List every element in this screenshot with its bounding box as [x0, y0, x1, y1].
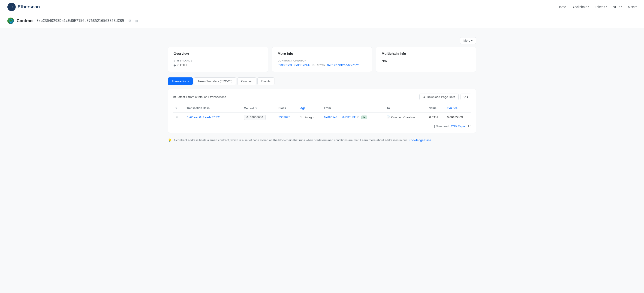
qr-icon[interactable]: ⊞: [135, 19, 138, 23]
nav-blockchain[interactable]: Blockchain ▾: [572, 5, 589, 9]
more-info-card: More Info CONTRACT CREATOR 0x0835e8...0d…: [272, 47, 372, 72]
eth-balance-label: ETH BALANCE: [174, 59, 262, 62]
filter-chevron-icon: ▾: [467, 95, 468, 99]
misc-chevron-icon: ▾: [636, 6, 636, 8]
creator-value: 0x0835e8...0dDB7bFF ⧉ at txn 0x61eec0f2e…: [278, 63, 366, 67]
filter-icon: ▽: [464, 95, 466, 99]
eth-balance-value: ◆ 0 ETH: [174, 63, 262, 67]
multichain-card: Multichain Info N/A: [376, 47, 476, 72]
nfts-chevron-icon: ▾: [621, 6, 622, 8]
tab-contract[interactable]: Contract: [237, 77, 256, 85]
logo-icon: ⟨⟩: [8, 3, 16, 11]
tabs-row: Transactions Token Transfers (ERC-20) Co…: [168, 77, 476, 85]
row-eye-cell: 👁: [173, 113, 184, 122]
nav-misc[interactable]: Misc ▾: [628, 5, 636, 9]
table-row: 👁 0x61eec0f2ee4c74521... 0x60806040 5333…: [173, 113, 471, 122]
block-link[interactable]: 5333075: [278, 116, 290, 119]
tx-hash-link[interactable]: 0x61eec0f2ee4c74521...: [186, 116, 226, 119]
th-method: Method ?: [241, 104, 276, 113]
help-icon[interactable]: ?: [176, 106, 178, 110]
overview-title: Overview: [174, 52, 262, 56]
tab-token-transfers[interactable]: Token Transfers (ERC-20): [194, 77, 236, 85]
th-to: To: [384, 104, 426, 113]
table-summary: ↓≡ Latest 1 from a total of 1 transactio…: [173, 95, 226, 99]
contract-header: 🌐 Contract 0xbC3D40293Da1cEd0E7156bE7685…: [0, 14, 644, 28]
copy-from-icon[interactable]: ⧉: [357, 116, 360, 119]
main-nav: Home Blockchain ▾ Tokens ▾ NFTs ▾ Misc ▾: [558, 5, 636, 9]
th-from: From: [321, 104, 384, 113]
svg-text:⟨⟩: ⟨⟩: [10, 5, 13, 8]
row-from: 0x0835e8...0dDB7bFF ⧉ IN: [321, 113, 384, 122]
download-page-data-button[interactable]: ⬇ Download Page Data: [420, 94, 459, 100]
contract-address: 0xbC3D40293Da1cEd0E7156bE7685216563B63dC…: [36, 19, 124, 23]
from-address-link[interactable]: 0x0835e8...0dDB7bFF: [324, 116, 356, 119]
row-to: 📄 Contract Creation: [384, 113, 426, 122]
tab-events[interactable]: Events: [257, 77, 274, 85]
contract-icon: 🌐: [8, 18, 14, 24]
csv-export-row: [ Download: CSV Export ⬇ ]: [173, 125, 471, 128]
age-sort-link[interactable]: Age: [300, 107, 306, 110]
tokens-chevron-icon: ▾: [606, 6, 607, 8]
age-text: 1 min ago: [300, 116, 314, 119]
copy-creator-icon[interactable]: ⧉: [312, 64, 314, 67]
row-eye-icon[interactable]: 👁: [176, 115, 179, 119]
nav-home[interactable]: Home: [558, 5, 566, 9]
more-info-title: More Info: [278, 52, 366, 56]
th-value: Value: [426, 104, 444, 113]
contract-label: Contract: [16, 19, 34, 23]
bulb-icon: 💡: [168, 138, 172, 142]
table-header: ↓≡ Latest 1 from a total of 1 transactio…: [173, 94, 471, 100]
copy-address-icon[interactable]: ⧉: [128, 19, 131, 23]
knowledge-base-link[interactable]: Knowledge Base.: [409, 138, 432, 142]
th-txn-fee: Txn Fee: [444, 104, 471, 113]
eth-diamond-icon: ◆: [174, 63, 176, 67]
nav-nfts[interactable]: NFTs ▾: [613, 5, 622, 9]
creator-label: CONTRACT CREATOR: [278, 59, 366, 62]
row-block: 5333075: [276, 113, 298, 122]
creator-address-link[interactable]: 0x0835e8...0dDB7bFF: [278, 63, 310, 67]
footer-note: 💡 A contract address hosts a smart contr…: [168, 138, 476, 142]
th-block: Block: [276, 104, 298, 113]
filter-button[interactable]: ▽ ▾: [460, 94, 471, 100]
cards-row: Overview ETH BALANCE ◆ 0 ETH More Info C…: [168, 47, 476, 72]
row-value: 0 ETH: [426, 113, 444, 122]
direction-badge: IN: [361, 116, 367, 119]
transactions-table: ? Transaction Hash Method ? Block Age Fr…: [173, 104, 471, 122]
contract-creation-text: Contract Creation: [391, 116, 415, 119]
overview-card: Overview ETH BALANCE ◆ 0 ETH: [168, 47, 268, 72]
row-age: 1 min ago: [298, 113, 321, 122]
contract-creation-icon: 📄: [387, 116, 390, 119]
th-help: ?: [173, 104, 184, 113]
txn-fee-sort-link[interactable]: Txn Fee: [447, 107, 458, 110]
nav-tokens[interactable]: Tokens ▾: [595, 5, 607, 9]
creator-txn-link[interactable]: 0x61eec0f2ee4c74521...: [327, 63, 362, 67]
csv-download-icon: ⬇: [468, 125, 470, 128]
csv-export-link[interactable]: CSV Export: [451, 125, 466, 128]
row-tx-hash: 0x61eec0f2ee4c74521...: [184, 113, 241, 122]
th-age: Age: [298, 104, 321, 113]
row-method: 0x60806040: [241, 113, 276, 122]
method-badge: 0x60806040: [244, 115, 266, 120]
more-button[interactable]: More ▾: [460, 37, 476, 44]
multichain-title: Multichain Info: [382, 52, 470, 56]
blockchain-chevron-icon: ▾: [588, 6, 589, 8]
th-tx-hash: Transaction Hash: [184, 104, 241, 113]
row-txn-fee: 0.00185409: [444, 113, 471, 122]
logo[interactable]: ⟨⟩ Etherscan: [8, 3, 40, 11]
table-actions: ⬇ Download Page Data ▽ ▾: [420, 94, 471, 100]
table-section: ↓≡ Latest 1 from a total of 1 transactio…: [168, 89, 476, 133]
logo-text: Etherscan: [18, 4, 40, 10]
tab-transactions[interactable]: Transactions: [168, 77, 193, 85]
multichain-value: N/A: [382, 59, 470, 63]
method-help-icon[interactable]: ?: [256, 106, 258, 110]
footer-text: A contract address hosts a smart contrac…: [174, 138, 432, 142]
download-icon: ⬇: [423, 95, 426, 99]
